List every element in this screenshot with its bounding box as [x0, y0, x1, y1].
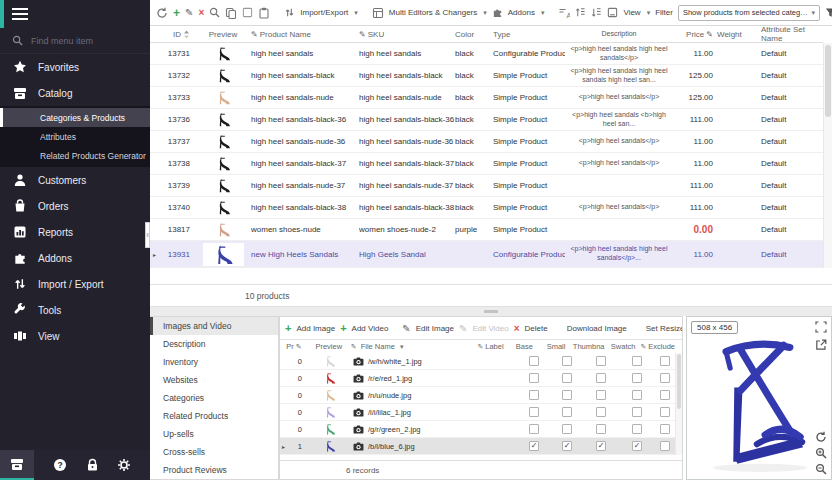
- image-row[interactable]: ▸ 0 /g/r/green_2.jpg: [280, 421, 675, 438]
- swatch-checkbox[interactable]: [632, 407, 642, 417]
- table-row[interactable]: ▸ 13740 high heel sandals-black-38 high …: [150, 197, 823, 219]
- image-row[interactable]: ▸ 0 /n/u/nude.jpg: [280, 387, 675, 404]
- thumbnail-checkbox[interactable]: [596, 441, 606, 451]
- detail-tab[interactable]: Cross-sells: [150, 443, 278, 461]
- paste-button[interactable]: [258, 6, 270, 20]
- column-header-price[interactable]: Price✎: [673, 30, 717, 39]
- swatch-checkbox[interactable]: [632, 424, 642, 434]
- column-header-preview[interactable]: Preview: [307, 342, 351, 351]
- set-resize-rule-button[interactable]: Set Resize Rule: [646, 324, 682, 333]
- small-checkbox[interactable]: [562, 441, 572, 451]
- thumbnail-checkbox[interactable]: [596, 424, 606, 434]
- delete-image-button[interactable]: Delete: [525, 324, 548, 333]
- table-row[interactable]: ▸ 13733 high heel sandals-nude high heel…: [150, 87, 823, 109]
- table-row[interactable]: ▸ 13731 high heel sandals high heel sand…: [150, 43, 823, 65]
- small-checkbox[interactable]: [562, 424, 572, 434]
- column-header-weight[interactable]: Weight: [717, 30, 755, 39]
- column-header-sku[interactable]: ✎SKU: [359, 30, 455, 39]
- scrollbar-thumb[interactable]: [677, 354, 681, 409]
- refresh-button[interactable]: [156, 6, 168, 20]
- base-checkbox[interactable]: [529, 424, 539, 434]
- detail-tab[interactable]: Categories: [150, 389, 278, 407]
- add-image-button[interactable]: Add Image: [296, 324, 335, 333]
- image-row[interactable]: ▸ 1 /b/l/blue_6.jpg: [280, 438, 675, 455]
- column-header-attribute-set[interactable]: Attribute Set Name: [755, 25, 823, 43]
- sidebar-collapse-handle[interactable]: ‖: [145, 222, 150, 248]
- swatch-checkbox[interactable]: [632, 390, 642, 400]
- table-row[interactable]: ▸ 13736 high heel sandals-black-36 high …: [150, 109, 823, 131]
- column-header-color[interactable]: Color: [455, 30, 493, 39]
- store-manager-mode-button[interactable]: [0, 450, 34, 480]
- column-header-swatch[interactable]: Swatch: [606, 342, 641, 351]
- edit-video-button[interactable]: Edit Video: [472, 324, 508, 333]
- sidebar-subitem[interactable]: Categories & Products: [0, 108, 150, 127]
- image-row[interactable]: ▸ 0 /l/i/lilac_1.jpg: [280, 404, 675, 421]
- swatch-checkbox[interactable]: [632, 356, 642, 366]
- column-header-id[interactable]: ID: [159, 30, 195, 39]
- small-checkbox[interactable]: [562, 390, 572, 400]
- sidebar-search[interactable]: Find menu item: [0, 28, 150, 54]
- column-header-small[interactable]: Small: [541, 342, 572, 351]
- column-header-exclude[interactable]: ✎Exclude: [640, 342, 675, 351]
- edit-product-button[interactable]: ✎: [185, 6, 193, 20]
- column-header-preview[interactable]: Preview: [195, 30, 251, 39]
- base-checkbox[interactable]: [529, 373, 539, 383]
- column-header-product-name[interactable]: ✎Product Name: [251, 30, 359, 39]
- base-checkbox[interactable]: [529, 356, 539, 366]
- sidebar-subitem[interactable]: Related Products Generator: [0, 146, 150, 165]
- small-checkbox[interactable]: [562, 407, 572, 417]
- sidebar-item-catalog[interactable]: Catalog: [0, 80, 150, 106]
- table-row[interactable]: ▸ 13931 new High Heels Sandals High Geel…: [150, 241, 823, 268]
- import-export-menu[interactable]: Import/Export: [300, 8, 348, 17]
- table-row[interactable]: ▸ 13732 high heel sandals-black high hee…: [150, 65, 823, 87]
- base-checkbox[interactable]: [529, 441, 539, 451]
- detail-tab[interactable]: Images and Video: [150, 317, 278, 335]
- thumbnail-checkbox[interactable]: [596, 356, 606, 366]
- sidebar-item-customers[interactable]: Customers: [0, 167, 150, 193]
- delete-product-button[interactable]: ×: [198, 6, 204, 20]
- column-header-pr[interactable]: Pr✎: [287, 342, 307, 351]
- category-filter-select[interactable]: Show products from selected categories ▾: [678, 5, 820, 21]
- sidebar-item-view[interactable]: View: [0, 323, 150, 349]
- images-scrollbar[interactable]: [675, 353, 682, 455]
- table-row[interactable]: ▸ 13817 women shoes-nude women shoes-nud…: [150, 219, 823, 241]
- detail-tab[interactable]: Description: [150, 335, 278, 353]
- edit-image-button[interactable]: Edit Image: [416, 324, 454, 333]
- swatch-checkbox[interactable]: [632, 373, 642, 383]
- sidebar-item-reports[interactable]: Reports: [0, 219, 150, 245]
- column-header-description[interactable]: Description: [565, 30, 673, 39]
- splitter-handle[interactable]: [484, 310, 498, 313]
- search-button[interactable]: [209, 6, 220, 20]
- zoom-in-button[interactable]: [815, 447, 827, 459]
- addons-menu[interactable]: Addons: [508, 8, 535, 17]
- download-image-button[interactable]: Download Image: [567, 324, 627, 333]
- scrollbar-thumb[interactable]: [825, 45, 831, 117]
- column-header-thumbnail[interactable]: Thumbna: [571, 342, 606, 351]
- row-expander-icon[interactable]: ▸: [280, 443, 287, 450]
- exclude-checkbox[interactable]: [660, 441, 670, 451]
- expand-rows-button[interactable]: [575, 6, 586, 20]
- detail-tab[interactable]: Up-sells: [150, 425, 278, 443]
- view-menu[interactable]: View: [623, 8, 640, 17]
- exclude-checkbox[interactable]: [660, 424, 670, 434]
- lock-button[interactable]: [86, 458, 99, 472]
- thumbnail-checkbox[interactable]: [596, 407, 606, 417]
- fullscreen-button[interactable]: [815, 321, 827, 333]
- column-header-type[interactable]: Type: [493, 30, 565, 39]
- column-header-file-name[interactable]: ✎File Name▾: [351, 342, 478, 351]
- select-button[interactable]: [242, 6, 253, 20]
- thumbnail-checkbox[interactable]: [596, 373, 606, 383]
- base-checkbox[interactable]: [529, 390, 539, 400]
- base-checkbox[interactable]: [529, 407, 539, 417]
- image-row[interactable]: ▸ 0 /w/h/white_1.jpg: [280, 353, 675, 370]
- add-video-button[interactable]: Add Video: [352, 324, 389, 333]
- table-row[interactable]: ▸ 13738 high heel sandals-black-37 high …: [150, 153, 823, 175]
- detail-tab[interactable]: Related Products: [150, 407, 278, 425]
- swatch-checkbox[interactable]: [632, 441, 642, 451]
- collapse-rows-button[interactable]: [591, 6, 602, 20]
- exclude-checkbox[interactable]: [660, 373, 670, 383]
- help-button[interactable]: ?: [53, 458, 67, 472]
- image-row[interactable]: ▸ 0 /r/e/red_1.jpg: [280, 370, 675, 387]
- sidebar-subitem[interactable]: Attributes: [0, 127, 150, 146]
- small-checkbox[interactable]: [562, 373, 572, 383]
